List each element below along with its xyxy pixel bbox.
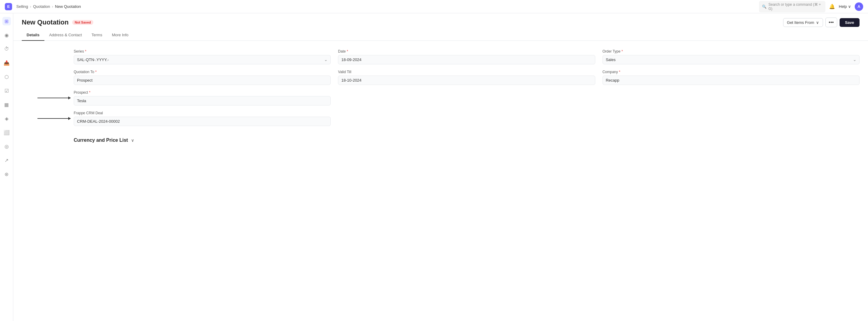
sidebar-item-inbox[interactable]: 📥 (2, 59, 11, 67)
frappe-crm-group: Frappe CRM Deal (74, 111, 331, 126)
get-items-button[interactable]: Get Items From ∨ (783, 18, 823, 27)
page-header-left: New Quotation Not Saved (22, 19, 93, 26)
company-label: Company * (602, 70, 860, 74)
currency-section-header[interactable]: Currency and Price List ∨ (13, 132, 868, 147)
breadcrumb-sep-1: › (30, 4, 31, 9)
date-input[interactable] (338, 55, 595, 64)
main-content: New Quotation Not Saved Get Items From ∨… (13, 13, 868, 321)
sidebar-item-graph[interactable]: ↗ (2, 156, 11, 165)
placeholder-group-3b (338, 90, 595, 106)
form-row-1: Series * SAL-QTN-.YYYY.- Date * (74, 49, 860, 64)
date-label: Date * (338, 49, 595, 54)
company-input[interactable] (602, 76, 860, 85)
sidebar-item-team[interactable]: ⊛ (2, 170, 11, 178)
notification-icon[interactable]: 🔔 (829, 4, 835, 9)
currency-section-title: Currency and Price List (74, 138, 128, 143)
breadcrumb-selling[interactable]: Selling (16, 4, 28, 9)
prospect-required: * (89, 90, 91, 95)
company-group: Company * (602, 70, 860, 85)
series-select-wrapper: SAL-QTN-.YYYY.- (74, 55, 331, 64)
series-select[interactable]: SAL-QTN-.YYYY.- (74, 55, 331, 64)
help-button[interactable]: Help ∨ (839, 4, 851, 9)
page-header: New Quotation Not Saved Get Items From ∨… (13, 13, 868, 27)
search-box[interactable]: 🔍 Search or type a command (⌘ + G) (759, 1, 826, 12)
frappe-crm-label: Frappe CRM Deal (74, 111, 331, 115)
prospect-arrow (37, 98, 71, 98)
prospect-input[interactable] (74, 96, 331, 106)
form-row-2: Quotation To * Valid Till Company * (74, 70, 860, 85)
order-type-select-wrapper: Sales Maintenance Shopping Cart (602, 55, 860, 64)
sidebar-item-headset[interactable]: ◎ (2, 142, 11, 150)
breadcrumb-quotation[interactable]: Quotation (33, 4, 50, 9)
placeholder-group-4c (602, 111, 860, 126)
tab-address[interactable]: Address & Contact (44, 30, 87, 41)
sidebar-item-camera[interactable]: ◉ (2, 31, 11, 39)
more-options-button[interactable]: ••• (826, 18, 837, 27)
sidebar-item-timer[interactable]: ⏱ (2, 45, 11, 53)
get-items-label: Get Items From (787, 20, 814, 25)
tabs-bar: Details Address & Contact Terms More Inf… (13, 30, 868, 41)
sidebar-item-home[interactable]: ⊞ (2, 17, 11, 25)
topbar: E Selling › Quotation › New Quotation 🔍 … (0, 0, 868, 13)
crm-deal-arrow (37, 118, 71, 119)
company-required: * (619, 70, 620, 74)
get-items-chevron-icon: ∨ (816, 20, 819, 25)
brand-icon[interactable]: E (5, 3, 12, 10)
quotation-to-required: * (95, 70, 97, 74)
placeholder-group-3c (602, 90, 860, 106)
tab-terms[interactable]: Terms (87, 30, 107, 41)
placeholder-group-4b (338, 111, 595, 126)
valid-till-group: Valid Till (338, 70, 595, 85)
form-row-3: Prospect * (74, 90, 860, 106)
save-button[interactable]: Save (840, 18, 860, 27)
avatar[interactable]: A (855, 2, 863, 11)
order-type-group: Order Type * Sales Maintenance Shopping … (602, 49, 860, 64)
help-label: Help (839, 4, 847, 9)
sidebar-item-checklist[interactable]: ☑ (2, 86, 11, 95)
prospect-group: Prospect * (74, 90, 331, 106)
help-chevron-icon: ∨ (848, 4, 851, 9)
order-type-select[interactable]: Sales Maintenance Shopping Cart (602, 55, 860, 64)
topbar-right: 🔍 Search or type a command (⌘ + G) 🔔 Hel… (759, 1, 863, 12)
sidebar-item-chart[interactable]: ▦ (2, 100, 11, 109)
series-required: * (85, 49, 86, 54)
status-badge: Not Saved (72, 20, 93, 25)
valid-till-label: Valid Till (338, 70, 595, 74)
sidebar-item-box[interactable]: ⬡ (2, 72, 11, 81)
breadcrumb-new-quotation: New Quotation (55, 4, 81, 9)
valid-till-input[interactable] (338, 76, 595, 85)
prospect-label: Prospect * (74, 90, 331, 95)
date-required: * (347, 49, 348, 54)
tab-details[interactable]: Details (22, 30, 44, 41)
sidebar-item-folder[interactable]: ⬜ (2, 128, 11, 137)
form-area: Series * SAL-QTN-.YYYY.- Date * (13, 41, 868, 126)
page-title: New Quotation (22, 19, 68, 26)
series-label: Series * (74, 49, 331, 54)
search-placeholder: Search or type a command (⌘ + G) (768, 2, 823, 11)
quotation-to-input[interactable] (74, 76, 331, 85)
quotation-to-label: Quotation To * (74, 70, 331, 74)
form-row-4: Frappe CRM Deal (74, 111, 860, 126)
breadcrumb-sep-2: › (52, 4, 53, 9)
breadcrumb: E Selling › Quotation › New Quotation (5, 3, 81, 10)
search-icon: 🔍 (762, 4, 767, 9)
sidebar-item-shield[interactable]: ◈ (2, 114, 11, 123)
order-type-label: Order Type * (602, 49, 860, 54)
currency-chevron-icon: ∨ (131, 138, 134, 143)
series-group: Series * SAL-QTN-.YYYY.- (74, 49, 331, 64)
order-type-required: * (622, 49, 623, 54)
sidebar: ⊞ ◉ ⏱ 📥 ⬡ ☑ ▦ ◈ ⬜ ◎ ↗ ⊛ (0, 13, 13, 321)
tab-more-info[interactable]: More Info (107, 30, 133, 41)
date-group: Date * (338, 49, 595, 64)
quotation-to-group: Quotation To * (74, 70, 331, 85)
page-header-right: Get Items From ∨ ••• Save (783, 18, 860, 27)
frappe-crm-input[interactable] (74, 117, 331, 126)
